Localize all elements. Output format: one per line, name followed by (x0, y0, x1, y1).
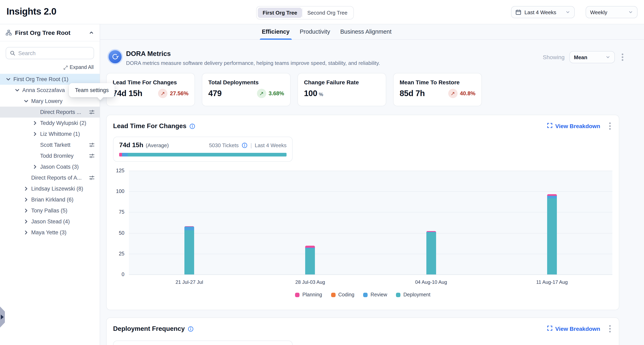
deployment-frequency-menu-button[interactable] (607, 324, 613, 334)
legend-swatch (396, 292, 401, 297)
trend-percent: 3.68% (268, 90, 284, 96)
x-tick-label: 04 Aug-10 Aug (371, 279, 492, 285)
expand-corners-icon (547, 123, 552, 129)
trend-up-arrow-icon: ↗ (158, 89, 168, 98)
tree-item-liz-whittome-1[interactable]: Liz Whittome (1) (0, 128, 100, 140)
tree-indent-spacer (32, 153, 38, 159)
view-breakdown-label: View Breakdown (555, 123, 600, 129)
deployment-frequency-title: Deployment Frequency (113, 325, 194, 332)
chevron-right-icon[interactable] (23, 186, 29, 192)
showing-select[interactable]: Mean (570, 51, 615, 63)
tree-item-label: Todd Bromley (40, 153, 74, 159)
chart-x-axis: 21 Jul-27 Jul28 Jul-03 Aug04 Aug-10 Aug1… (129, 279, 612, 285)
toggle-first-org-tree[interactable]: First Org Tree (258, 8, 302, 18)
average-label: (Average) (146, 142, 169, 148)
chevron-up-icon[interactable] (89, 30, 94, 35)
tree-item-tony-pallas-5[interactable]: Tony Pallas (5) (0, 205, 100, 216)
bar-21-jul-27-jul[interactable] (184, 226, 194, 275)
dora-menu-button[interactable] (620, 52, 625, 62)
tree-item-lindsay-liszewski-8[interactable]: Lindsay Liszewski (8) (0, 183, 100, 194)
tree-item-mary-lowery[interactable]: Mary Lowery (0, 96, 100, 106)
org-tree: First Org Tree Root (1)Anna ScozzafavaMa… (0, 74, 100, 238)
legend-item-planning: Planning (295, 292, 322, 298)
tree-item-brian-kirkland-6[interactable]: Brian Kirkland (6) (0, 194, 100, 205)
bar-segment-deployment (426, 232, 436, 274)
tickets-count: 5030 Tickets (209, 142, 239, 148)
chevron-right-icon[interactable] (32, 131, 38, 137)
view-breakdown-button[interactable]: View Breakdown (547, 123, 600, 129)
date-range-value: Last 4 Weeks (524, 9, 562, 15)
chevron-right-icon[interactable] (32, 164, 38, 170)
tree-item-jason-coats-3[interactable]: Jason Coats (3) (0, 161, 100, 172)
tree-item-scott-tarkett[interactable]: Scott Tarkett (0, 140, 100, 150)
metric-title: Total Deployments (208, 79, 284, 86)
date-range-select[interactable]: Last 4 Weeks (511, 6, 575, 18)
team-settings-icon[interactable] (89, 109, 95, 115)
chevron-down-icon[interactable] (14, 87, 20, 93)
tree-item-label: Jason Coats (3) (40, 164, 79, 170)
tree-item-label: Teddy Wylupski (2) (40, 120, 86, 126)
chevron-right-icon[interactable] (23, 208, 29, 214)
tab-productivity[interactable]: Productivity (298, 24, 331, 40)
info-icon[interactable] (189, 123, 195, 129)
bar-28-jul-03-aug[interactable] (306, 246, 315, 274)
expand-all-button[interactable]: ⤢ Expand All (6, 64, 94, 70)
tab-efficiency[interactable]: Efficiency (260, 24, 291, 40)
tree-item-teddy-wylupski-2[interactable]: Teddy Wylupski (2) (0, 118, 100, 128)
tree-item-label: Lindsay Liszewski (8) (31, 186, 83, 192)
team-settings-icon[interactable] (89, 175, 95, 181)
tree-item-direct-reports-of-a[interactable]: Direct Reports of A... (0, 172, 100, 183)
tree-item-direct-reports[interactable]: Direct Reports ... (0, 106, 100, 118)
chart-y-axis: 0255075100125 (106, 171, 124, 274)
lead-time-menu-button[interactable] (607, 121, 613, 131)
bar-zone (492, 171, 612, 274)
info-icon[interactable] (242, 142, 248, 148)
metric-card-change-failure-rate: Change Failure Rate100% (298, 73, 386, 106)
team-settings-icon[interactable] (89, 153, 95, 159)
search-box[interactable] (6, 47, 94, 59)
metric-cards: Lead Time For Changes74d 15h↗27.56%Total… (106, 73, 482, 106)
team-settings-icon[interactable] (89, 142, 95, 148)
view-breakdown-button[interactable]: View Breakdown (547, 326, 600, 332)
tabs-row: Efficiency Productivity Business Alignme… (100, 24, 644, 40)
metric-card-lead-time-for-changes: Lead Time For Changes74d 15h↗27.56% (106, 73, 195, 106)
tree-item-label: Tony Pallas (5) (31, 208, 68, 214)
y-tick-label: 125 (106, 168, 124, 174)
tree-item-maya-yette-3[interactable]: Maya Yette (3) (0, 227, 100, 238)
metric-value: 74d 15h (113, 89, 142, 98)
tooltip-text: Team settings (75, 87, 109, 93)
chevron-right-icon[interactable] (23, 230, 29, 236)
legend-label: Deployment (404, 292, 430, 298)
chevron-right-icon[interactable] (23, 196, 29, 203)
bar-04-aug-10-aug[interactable] (426, 231, 436, 274)
tab-business-alignment[interactable]: Business Alignment (339, 24, 393, 40)
chevron-down-icon[interactable] (5, 76, 11, 82)
sidebar-header[interactable]: First Org Tree Root (0, 24, 100, 41)
team-settings-tooltip: Team settings (69, 83, 115, 97)
y-tick-label: 25 (106, 251, 124, 256)
page-title: Insights 2.0 (6, 6, 56, 17)
lead-time-progress-bar (119, 153, 286, 156)
lead-time-card: Lead Time For Changes View Breakdown 74d… (106, 115, 619, 310)
main-content: Efficiency Productivity Business Alignme… (100, 24, 644, 345)
expand-corners-icon (547, 326, 552, 332)
tree-item-label: Scott Tarkett (40, 142, 70, 148)
progress-segment-deployment (128, 153, 286, 156)
bar-11-aug-17-aug[interactable] (547, 194, 557, 274)
toggle-second-org-tree[interactable]: Second Org Tree (302, 8, 352, 18)
x-tick-label: 21 Jul-27 Jul (129, 279, 250, 285)
chevron-right-icon[interactable] (23, 218, 29, 224)
tree-item-jason-stead-4[interactable]: Jason Stead (4) (0, 216, 100, 227)
chevron-right-icon[interactable] (32, 120, 38, 126)
search-input[interactable] (18, 50, 90, 56)
granularity-select[interactable]: Weekly (586, 6, 638, 18)
metric-title: Change Failure Rate (304, 79, 380, 86)
tree-item-label: Direct Reports of A... (31, 175, 82, 181)
view-breakdown-label: View Breakdown (555, 326, 600, 332)
bar-zone (371, 171, 492, 274)
tree-indent-spacer (32, 142, 38, 148)
legend-label: Coding (338, 292, 354, 298)
chevron-down-icon[interactable] (23, 98, 29, 104)
info-icon[interactable] (188, 326, 194, 332)
tree-item-todd-bromley[interactable]: Todd Bromley (0, 150, 100, 161)
